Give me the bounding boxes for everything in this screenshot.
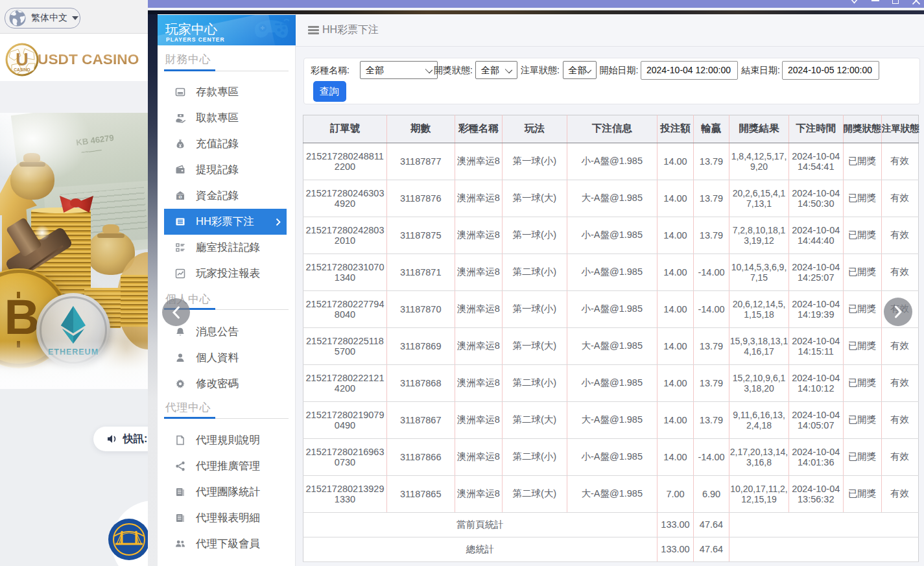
svg-text:CASINO: CASINO: [14, 67, 30, 72]
svg-text:U: U: [16, 50, 29, 69]
svg-text:$: $: [180, 195, 182, 199]
